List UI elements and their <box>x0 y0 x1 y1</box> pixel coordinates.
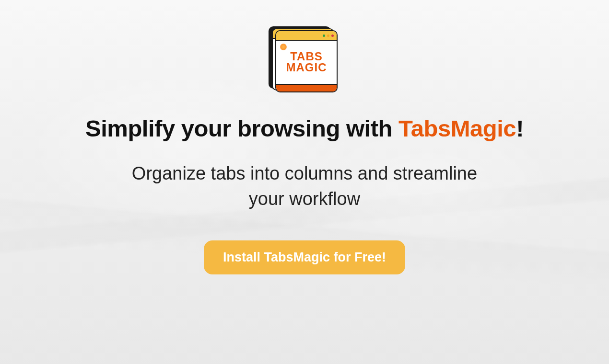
hero-section: TABS MAGIC Simplify your browsing with T… <box>0 0 609 364</box>
logo-footer <box>276 84 337 91</box>
logo-text-line2: MAGIC <box>286 62 327 73</box>
logo-card-front: TABS MAGIC <box>275 30 338 92</box>
sun-icon <box>280 44 287 50</box>
logo-text: TABS MAGIC <box>286 51 327 73</box>
heading-prefix: Simplify your browsing with <box>85 115 398 141</box>
window-dot-icon <box>327 34 329 37</box>
logo-titlebar <box>276 31 337 41</box>
window-dot-icon <box>331 34 334 37</box>
page-heading: Simplify your browsing with TabsMagic! <box>85 115 524 142</box>
heading-brand: TabsMagic <box>398 115 516 141</box>
window-dot-icon <box>323 34 325 37</box>
logo-body: TABS MAGIC <box>276 41 337 84</box>
heading-suffix: ! <box>516 115 524 141</box>
page-subheading: Organize tabs into columns and streamlin… <box>113 161 496 212</box>
logo: TABS MAGIC <box>269 26 340 98</box>
install-button[interactable]: Install TabsMagic for Free! <box>204 240 405 274</box>
